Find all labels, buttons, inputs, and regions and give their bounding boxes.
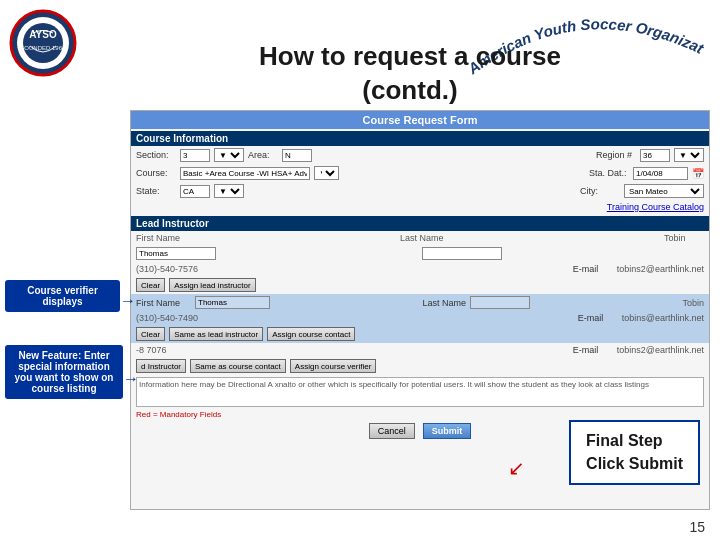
- section-input[interactable]: [180, 149, 210, 162]
- assign-contact-button[interactable]: Assign course contact: [267, 327, 355, 341]
- verifier-row1: -8 7076 E-mail tobins2@earthlink.net: [131, 343, 709, 357]
- new-feature-arrow: →: [123, 370, 139, 388]
- contact-clear-button[interactable]: Clear: [136, 327, 165, 341]
- comments-text: Information here may be Directional A xn…: [139, 380, 649, 389]
- course-verifier-annotation: Course verifier displays: [5, 280, 120, 312]
- lead-last-name-input[interactable]: [422, 247, 502, 260]
- assign-verifier-button[interactable]: Assign course verifier: [290, 359, 376, 373]
- city-label: City:: [580, 186, 620, 196]
- start-date-label: Sta. Dat.:: [589, 168, 629, 178]
- section-lead-instructor: Lead Instructor: [131, 216, 709, 231]
- submit-arrow-icon: ↙: [508, 456, 525, 480]
- city-select[interactable]: San Mateo: [624, 184, 704, 198]
- comments-area[interactable]: Information here may be Directional A xn…: [136, 377, 704, 407]
- final-step-line2: Click Submit: [586, 453, 683, 475]
- section-course-info: Course Information: [131, 131, 709, 146]
- verifier-buttons-row: d Instructor Same as course contact Assi…: [131, 357, 709, 375]
- assign-lead-button[interactable]: Assign lead instructor: [169, 278, 255, 292]
- verifier-phone: -8 7076: [136, 345, 181, 355]
- lead-email-value: tobins2@earthlink.net: [617, 264, 704, 274]
- lead-name-header-row: First Name Last Name Tobin: [131, 231, 709, 245]
- contact-name-row: First Name Last Name Tobin: [131, 294, 709, 311]
- form-row-state: State: ▼ City: San Mateo: [131, 182, 709, 200]
- last-name-header: Last Name: [400, 233, 460, 243]
- area-input[interactable]: [282, 149, 312, 162]
- contact-phone: (310)-540-7490: [136, 313, 198, 323]
- page-number: 15: [689, 519, 705, 535]
- submit-button[interactable]: Submit: [423, 423, 472, 439]
- area-label: Area:: [248, 150, 278, 160]
- state-input[interactable]: [180, 185, 210, 198]
- lead-phone-value: (310)-540-7576: [136, 264, 198, 274]
- same-as-lead-button[interactable]: Same as lead instructor: [169, 327, 263, 341]
- region-label: Region #: [596, 150, 636, 160]
- course-select[interactable]: ▼: [314, 166, 339, 180]
- final-step-box: Final Step Click Submit: [569, 420, 700, 485]
- verifier-email-label: E-mail: [573, 345, 613, 355]
- contact-email: tobins@earthlink.net: [622, 313, 704, 323]
- state-label: State:: [136, 186, 176, 196]
- contact-buttons-row: Clear Same as lead instructor Assign cou…: [131, 325, 709, 343]
- form-row-course: Course: ▼ Sta. Dat.: 📅: [131, 164, 709, 182]
- region-input[interactable]: [640, 149, 670, 162]
- final-step-line1: Final Step: [586, 430, 683, 452]
- contact-last-input[interactable]: [470, 296, 530, 309]
- lead-phone-row: (310)-540-7576 E-mail tobins2@earthlink.…: [131, 262, 709, 276]
- lead-first-name-input[interactable]: [136, 247, 216, 260]
- contact-tobin: Tobin: [683, 298, 705, 308]
- lead-values-row: [131, 245, 709, 262]
- state-select[interactable]: ▼: [214, 184, 244, 198]
- course-label: Course:: [136, 168, 176, 178]
- section-select[interactable]: ▼: [214, 148, 244, 162]
- ayso-logo: AYSO FOUNDED 1964: [8, 8, 78, 78]
- first-name-header: First Name: [136, 233, 196, 243]
- page-title: How to request a course (contd.): [100, 40, 720, 108]
- lead-instructor-btn[interactable]: d Instructor: [136, 359, 186, 373]
- verifier-email: tobins2@earthlink.net: [617, 345, 704, 355]
- form-row-section: Section: ▼ Area: Region # ▼: [131, 146, 709, 164]
- course-verifier-arrow: →: [120, 292, 136, 310]
- contact-first-label: First Name: [136, 298, 191, 308]
- course-input[interactable]: [180, 167, 310, 180]
- training-catalog-row: Training Course Catalog: [131, 200, 709, 214]
- clear-button[interactable]: Clear: [136, 278, 165, 292]
- cancel-button[interactable]: Cancel: [369, 423, 415, 439]
- required-note: Red = Mandatory Fields: [131, 409, 709, 420]
- tobin-label: Tobin: [664, 233, 704, 243]
- training-catalog-link[interactable]: Training Course Catalog: [607, 202, 704, 212]
- section-label: Section:: [136, 150, 176, 160]
- contact-last-label: Last Name: [422, 298, 466, 308]
- form-title: Course Request Form: [131, 111, 709, 129]
- contact-first-input[interactable]: [195, 296, 270, 309]
- new-feature-annotation: New Feature: Enter special information y…: [5, 345, 123, 399]
- contact-phone-row: (310)-540-7490 E-mail tobins@earthlink.n…: [131, 311, 709, 325]
- contact-email-header: E-mail: [578, 313, 618, 323]
- start-date-input[interactable]: [633, 167, 688, 180]
- svg-text:FOUNDED 1964: FOUNDED 1964: [21, 45, 66, 51]
- region-select[interactable]: ▼: [674, 148, 704, 162]
- lead-buttons-row: Clear Assign lead instructor: [131, 276, 709, 294]
- same-as-contact-button[interactable]: Same as course contact: [190, 359, 286, 373]
- lead-email-label: E-mail: [573, 264, 613, 274]
